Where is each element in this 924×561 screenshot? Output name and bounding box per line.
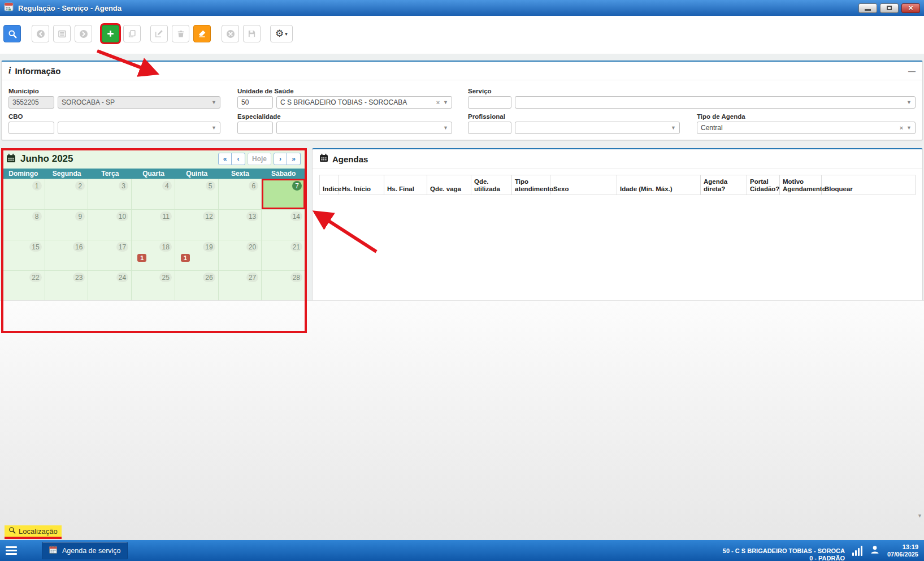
calendar-day-17[interactable]: 17 bbox=[88, 240, 132, 270]
maximize-button[interactable] bbox=[880, 3, 899, 13]
cbo-code-field[interactable] bbox=[8, 122, 54, 134]
day-number: 16 bbox=[73, 242, 85, 252]
toolbar-clear-button[interactable] bbox=[193, 25, 211, 42]
day-number: 20 bbox=[246, 242, 258, 252]
calendar-day-11[interactable]: 11 bbox=[132, 209, 175, 240]
weekday-label: Sábado bbox=[262, 169, 305, 179]
day-number: 2 bbox=[75, 181, 85, 191]
day-number: 26 bbox=[203, 273, 215, 282]
agendas-panel-title: Agendas bbox=[332, 154, 368, 164]
especialidade-select[interactable]: ▼ bbox=[276, 122, 452, 134]
calendar-day-8[interactable]: 8 bbox=[2, 209, 45, 240]
info-collapse-icon[interactable]: — bbox=[908, 67, 916, 75]
especialidade-code-field[interactable] bbox=[237, 122, 273, 134]
toolbar-edit-button bbox=[150, 25, 168, 42]
calendar-prev-year-button[interactable]: « bbox=[218, 153, 232, 165]
calendar-day-15[interactable]: 15 bbox=[2, 240, 45, 270]
calendar-day-13[interactable]: 13 bbox=[219, 209, 262, 240]
localizacao-link[interactable]: Localização bbox=[5, 525, 62, 539]
calendar-today-button[interactable]: Hoje bbox=[248, 153, 271, 165]
calendar-icon bbox=[319, 153, 328, 165]
calendar-day-18[interactable]: 181 bbox=[132, 240, 175, 270]
agendas-column-header: Qde. utilizada bbox=[471, 175, 512, 195]
calendar-day-2[interactable]: 2 bbox=[45, 179, 89, 209]
calendar-day-19[interactable]: 191 bbox=[175, 240, 219, 270]
calendar-day-20[interactable]: 20 bbox=[219, 240, 262, 270]
profissional-select[interactable]: ▼ bbox=[515, 122, 680, 134]
day-number: 7 bbox=[292, 181, 302, 191]
footer-area: Localização ▼ bbox=[0, 300, 924, 541]
day-number: 27 bbox=[246, 273, 258, 282]
calendar-day-22[interactable]: 22 bbox=[2, 270, 45, 301]
calendar-day-25[interactable]: 25 bbox=[132, 270, 175, 301]
calendar-day-26[interactable]: 26 bbox=[175, 270, 219, 301]
unidade-select[interactable]: C S BRIGADEIRO TOBIAS - SOROCABA×▼ bbox=[276, 96, 452, 109]
toolbar: ⚙▾ bbox=[0, 16, 924, 54]
calendar-day-28[interactable]: 28 bbox=[262, 270, 305, 301]
day-number: 5 bbox=[206, 181, 215, 191]
calendar-day-12[interactable]: 12 bbox=[175, 209, 219, 240]
toolbar-search-button[interactable] bbox=[3, 25, 21, 42]
calendar-month-title: Junho 2025 bbox=[20, 153, 73, 165]
calendar-next-year-button[interactable]: » bbox=[287, 153, 301, 165]
user-icon[interactable] bbox=[870, 545, 880, 557]
title-bar: Regulação - Serviço - Agenda ✕ bbox=[0, 0, 924, 16]
calendar-day-5[interactable]: 5 bbox=[175, 179, 219, 209]
agenda-count-badge[interactable]: 1 bbox=[181, 254, 190, 262]
taskbar-clock: 13:19 07/06/2025 bbox=[887, 543, 918, 558]
calendar-day-21[interactable]: 21 bbox=[262, 240, 305, 270]
toolbar-delete-button bbox=[172, 25, 189, 42]
calendar-day-6[interactable]: 6 bbox=[219, 179, 262, 209]
info-panel: i Informação — Município SOROCABA - SP▼ bbox=[1, 61, 923, 140]
agendas-column-header: Sexo bbox=[550, 175, 617, 195]
calendar-prev-month-button[interactable]: ‹ bbox=[232, 153, 245, 165]
municipio-label: Município bbox=[8, 88, 220, 94]
agendas-column-header: Motivo Agendamento bbox=[780, 175, 822, 195]
scrollbar-arrow-icon[interactable]: ▼ bbox=[917, 513, 922, 519]
calendar-day-1[interactable]: 1 bbox=[2, 179, 45, 209]
unidade-code-field[interactable] bbox=[237, 96, 273, 109]
calendar-day-14[interactable]: 14 bbox=[262, 209, 305, 240]
day-number: 1 bbox=[32, 181, 42, 191]
municipio-code-field bbox=[8, 96, 54, 109]
window-title: Regulação - Serviço - Agenda bbox=[18, 4, 122, 12]
calendar-day-4[interactable]: 4 bbox=[132, 179, 175, 209]
calendar-day-16[interactable]: 16 bbox=[45, 240, 89, 270]
agendas-column-header: Portal Cidadão? bbox=[747, 175, 780, 195]
toolbar-settings-button[interactable]: ⚙▾ bbox=[270, 25, 293, 42]
day-number: 3 bbox=[119, 181, 128, 191]
calendar-day-23[interactable]: 23 bbox=[45, 270, 89, 301]
taskbar-app-button[interactable]: Agenda de serviço bbox=[42, 542, 128, 559]
minimize-button[interactable] bbox=[858, 3, 877, 13]
day-number: 13 bbox=[246, 212, 258, 221]
taskbar-app-label: Agenda de serviço bbox=[62, 547, 121, 555]
day-number: 24 bbox=[116, 273, 128, 282]
calendar-day-7[interactable]: 7 bbox=[262, 179, 305, 209]
calendar-day-3[interactable]: 3 bbox=[88, 179, 132, 209]
calendar-day-27[interactable]: 27 bbox=[219, 270, 262, 301]
taskbar: Agenda de serviço 50 - C S BRIGADEIRO TO… bbox=[0, 540, 924, 561]
calendar-icon bbox=[6, 153, 16, 165]
agendas-column-header: Tipo atendimento bbox=[512, 175, 550, 195]
search-icon bbox=[8, 527, 16, 536]
calendar-day-9[interactable]: 9 bbox=[45, 209, 89, 240]
day-number: 10 bbox=[116, 212, 128, 221]
servico-select[interactable]: ▼ bbox=[515, 96, 916, 109]
day-number: 8 bbox=[32, 212, 42, 221]
calendar-day-24[interactable]: 24 bbox=[88, 270, 132, 301]
menu-icon[interactable] bbox=[6, 546, 17, 555]
agendas-column-header: Hs. Final bbox=[384, 175, 427, 195]
weekday-label: Terça bbox=[88, 169, 132, 179]
agenda-count-badge[interactable]: 1 bbox=[137, 254, 146, 262]
profissional-code-field[interactable] bbox=[468, 122, 511, 134]
cbo-select[interactable]: ▼ bbox=[58, 122, 220, 134]
toolbar-cancel-button bbox=[222, 25, 239, 42]
toolbar-add-button[interactable] bbox=[102, 25, 119, 42]
servico-code-field[interactable] bbox=[468, 96, 511, 109]
day-number: 15 bbox=[29, 242, 41, 252]
tipo-agenda-select[interactable]: Central×▼ bbox=[697, 122, 916, 134]
day-number: 6 bbox=[249, 181, 258, 191]
close-button[interactable]: ✕ bbox=[901, 3, 920, 13]
calendar-next-month-button[interactable]: › bbox=[274, 153, 287, 165]
calendar-day-10[interactable]: 10 bbox=[88, 209, 132, 240]
